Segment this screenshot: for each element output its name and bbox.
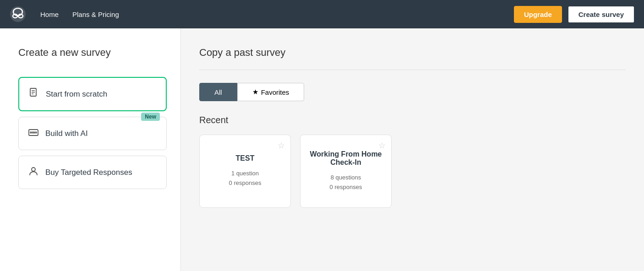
survey-responses-test: 0 responses — [229, 179, 262, 186]
option-scratch-label: Start from scratch — [46, 90, 107, 99]
ai-icon — [28, 127, 39, 140]
survey-card-title-test: TEST — [236, 154, 255, 163]
create-survey-button[interactable]: Create survey — [568, 5, 635, 23]
main-container: Create a new survey Start from scratch — [0, 28, 644, 271]
divider — [199, 70, 626, 70]
upgrade-button[interactable]: Upgrade — [514, 6, 562, 23]
right-panel: Copy a past survey All ★ Favorites Recen… — [181, 28, 644, 271]
option-ai-label: Build with AI — [45, 129, 88, 138]
survey-card-test[interactable]: ☆ TEST 1 question 0 responses — [199, 135, 291, 208]
survey-questions-wfh: 8 questions — [331, 174, 361, 181]
star-icon: ★ — [252, 88, 258, 96]
option-buy-targeted-responses[interactable]: Buy Targeted Responses — [18, 156, 167, 189]
document-icon — [28, 88, 39, 100]
logo-icon[interactable] — [9, 5, 27, 23]
tab-all[interactable]: All — [199, 83, 237, 101]
option-build-with-ai[interactable]: Build with AI New — [18, 117, 167, 150]
left-panel-title: Create a new survey — [18, 47, 167, 59]
survey-responses-wfh: 0 responses — [330, 184, 362, 190]
tab-group: All ★ Favorites — [199, 83, 626, 101]
survey-cards-container: ☆ TEST 1 question 0 responses ☆ Working … — [199, 135, 626, 208]
navbar-left: Home Plans & Pricing — [9, 5, 119, 23]
recent-section-label: Recent — [199, 115, 626, 125]
navbar: Home Plans & Pricing Upgrade Create surv… — [0, 0, 644, 28]
navbar-right: Upgrade Create survey — [514, 5, 635, 23]
option-start-from-scratch[interactable]: Start from scratch — [18, 77, 167, 111]
left-panel: Create a new survey Start from scratch — [0, 28, 181, 271]
nav-plans-pricing[interactable]: Plans & Pricing — [72, 11, 119, 18]
survey-card-wfh[interactable]: ☆ Working From Home Check-In 8 questions… — [300, 135, 392, 208]
tab-favorites-label: Favorites — [261, 88, 289, 96]
star-icon-wfh[interactable]: ☆ — [378, 141, 386, 151]
survey-card-meta-wfh: 8 questions 0 responses — [330, 173, 362, 192]
right-panel-title: Copy a past survey — [199, 47, 626, 59]
svg-point-15 — [32, 168, 35, 171]
survey-questions-test: 1 question — [231, 170, 259, 177]
nav-home[interactable]: Home — [40, 11, 59, 18]
survey-card-title-wfh: Working From Home Check-In — [308, 150, 384, 167]
star-icon-test[interactable]: ☆ — [278, 141, 285, 151]
person-icon — [28, 166, 39, 179]
tab-favorites[interactable]: ★ Favorites — [237, 83, 305, 101]
option-targeted-label: Buy Targeted Responses — [45, 168, 132, 177]
survey-card-meta-test: 1 question 0 responses — [229, 169, 262, 188]
new-badge: New — [141, 113, 160, 121]
